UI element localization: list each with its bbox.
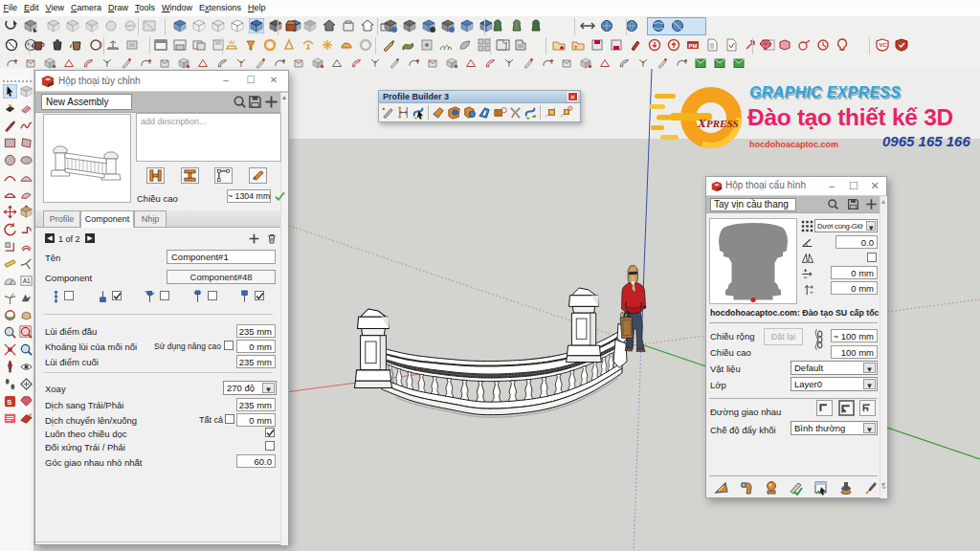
svg-text:VC: VC [880, 42, 888, 48]
svg-text:S: S [7, 398, 11, 407]
svg-text:PM: PM [689, 43, 698, 49]
svg-text:T: T [574, 45, 578, 51]
svg-text:A1: A1 [23, 277, 31, 284]
svg-text:XPRESS: XPRESS [697, 116, 739, 130]
